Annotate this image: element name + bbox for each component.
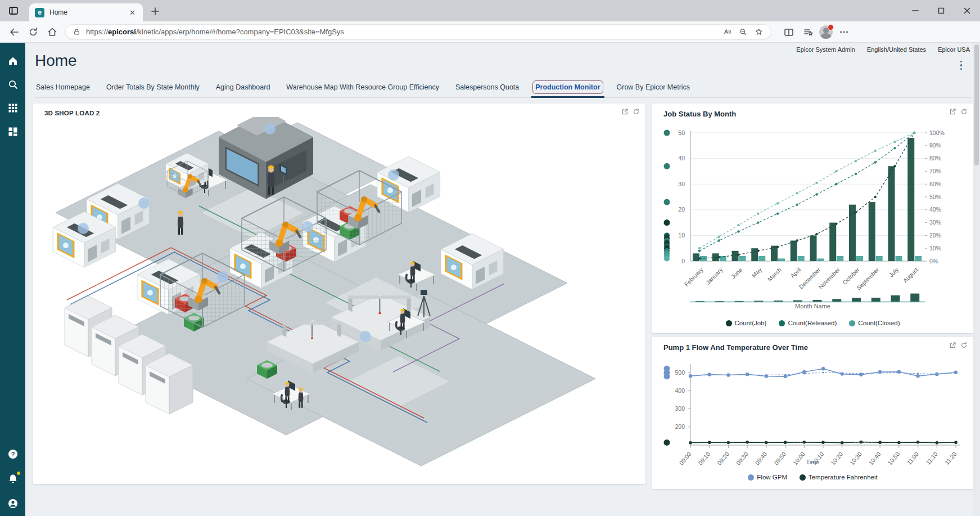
browser-tab-title: Home [49,8,128,16]
epicor-favicon: e [35,8,44,17]
dashboards-icon[interactable] [7,126,19,137]
dashboard-tab-label: Sales Homepage [36,83,90,91]
dashboard-tab-label: Salespersons Quota [455,83,519,91]
svg-text:November: November [817,266,841,290]
dashboard-tab-grow-by-epicor-metrics[interactable]: Grow By Epicor Metrics [616,81,692,97]
svg-text:10%: 10% [929,245,941,252]
zoom-out-icon[interactable] [735,25,751,39]
svg-text:June: June [730,266,744,280]
scrollbar-thumb[interactable] [974,44,979,165]
svg-text:August: August [901,266,919,284]
svg-text:200: 200 [675,423,685,430]
help-icon[interactable]: ? [7,448,19,460]
dashboard-tab-label: Aging Dashboard [216,83,270,91]
pump-x-axis-label: Time [652,459,973,465]
user-locale[interactable]: English/United States [867,46,926,53]
profile-notification-dot [828,24,834,30]
page-menu-kebab-icon[interactable] [960,60,963,71]
job-status-panel: Job Status By Month 010203040500%10%20%3… [652,104,973,333]
refresh-button[interactable] [24,24,43,41]
svg-text:50%: 50% [929,194,941,200]
app-sidebar: ? [0,43,25,516]
dashboard-tab-sales-homepage[interactable]: Sales Homepage [35,81,91,97]
legend-label: Count(Released) [788,320,837,326]
svg-text:July: July [888,266,900,278]
svg-text:90%: 90% [929,142,941,149]
dashboard-tabs: Sales HomepageOrder Totals By State Mont… [35,81,972,98]
svg-text:January: January [704,266,724,285]
page-scrollbar[interactable] [973,43,980,516]
favorite-star-icon[interactable] [751,25,766,39]
home-button[interactable] [43,24,62,41]
svg-text:30%: 30% [929,219,941,226]
legend-item[interactable]: Count(Job) [726,320,767,326]
back-button[interactable] [4,24,24,41]
legend-label: Flow GPM [757,474,787,481]
dashboard-tab-production-monitor[interactable]: Production Monitor [534,81,601,97]
svg-text:60%: 60% [929,181,941,187]
notification-dot [17,472,20,475]
apps-grid-icon[interactable] [7,102,19,114]
svg-text:500: 500 [675,369,685,376]
url-bar[interactable]: https://epicorsi/kinetic/apps/erp/home/#… [65,24,771,39]
read-aloud-icon[interactable] [719,25,735,39]
pump-chart: 20030040050009:0009:1009:2009:3009:4009:… [652,337,973,472]
browser-tab-strip: e Home ✕ [0,0,980,21]
svg-text:0: 0 [681,258,685,264]
app-content: Epicor System Admin English/United State… [25,43,980,516]
legend-dot [726,320,732,326]
new-tab-button[interactable] [150,6,161,19]
dashboard-tab-salespersons-quota[interactable]: Salespersons Quota [454,81,520,97]
browser-tab[interactable]: e Home ✕ [29,3,143,21]
collections-icon[interactable] [798,24,818,41]
legend-dot [849,320,855,326]
browser-menu-icon[interactable] [834,24,853,41]
tab-close-icon[interactable]: ✕ [128,8,137,17]
svg-text:20: 20 [678,206,685,213]
svg-text:February: February [683,266,705,288]
maximize-button[interactable] [928,0,954,21]
svg-text:20%: 20% [929,232,941,239]
notifications-bell-icon[interactable] [7,473,19,484]
user-info-bar: Epicor System Admin English/United State… [786,46,970,53]
user-name[interactable]: Epicor System Admin [796,46,855,53]
dashboard-tab-label: Production Monitor [535,83,600,91]
svg-text:October: October [841,266,861,286]
profile-avatar[interactable] [818,24,834,40]
dashboard-tab-aging-dashboard[interactable]: Aging Dashboard [215,81,272,97]
url-text: https://epicorsi/kinetic/apps/erp/home/#… [86,28,719,36]
svg-text:400: 400 [675,387,685,394]
home-icon[interactable] [7,55,19,66]
legend-item[interactable]: Flow GPM [748,474,787,481]
open-in-new-icon[interactable] [621,108,629,115]
refresh-panel-icon[interactable] [633,108,640,115]
svg-text:40%: 40% [929,206,941,213]
legend-item[interactable]: Count(Released) [779,320,837,326]
legend-dot [779,320,785,326]
minimize-button[interactable] [902,0,928,21]
user-profile-icon[interactable] [7,498,19,509]
legend-dot [800,474,806,481]
factory-floor-illustration [33,117,645,484]
legend-item[interactable]: Count(Closed) [849,320,900,326]
job-x-axis-label: Month Name [652,303,973,309]
workspaces-icon[interactable] [8,5,19,19]
pump-chart-legend: Flow GPMTemperature Fahrenheit [652,474,973,481]
user-company[interactable]: Epicor USA [938,46,970,53]
search-icon[interactable] [7,79,19,90]
shop-panel-title: 3D SHOP LOAD 2 [44,110,100,116]
shop-load-panel: 3D SHOP LOAD 2 [33,104,645,484]
dashboard-tab-order-totals-by-state-monthly[interactable]: Order Totals By State Monthly [105,81,201,97]
close-button[interactable] [954,0,980,21]
split-screen-icon[interactable] [779,24,798,41]
legend-item[interactable]: Temperature Fahrenheit [800,474,878,481]
browser-toolbar: https://epicorsi/kinetic/apps/erp/home/#… [0,21,980,43]
svg-text:100%: 100% [929,129,945,136]
svg-text:70%: 70% [929,168,941,174]
svg-text:80%: 80% [929,155,941,161]
dashboard-tab-warehouse-map-with-resource-group-efficiency[interactable]: Warehouse Map With Resource Group Effici… [285,81,440,97]
lock-icon[interactable] [73,28,81,36]
svg-text:10: 10 [678,232,685,239]
dashboard-tab-label: Order Totals By State Monthly [106,83,200,91]
legend-label: Count(Job) [735,320,767,326]
